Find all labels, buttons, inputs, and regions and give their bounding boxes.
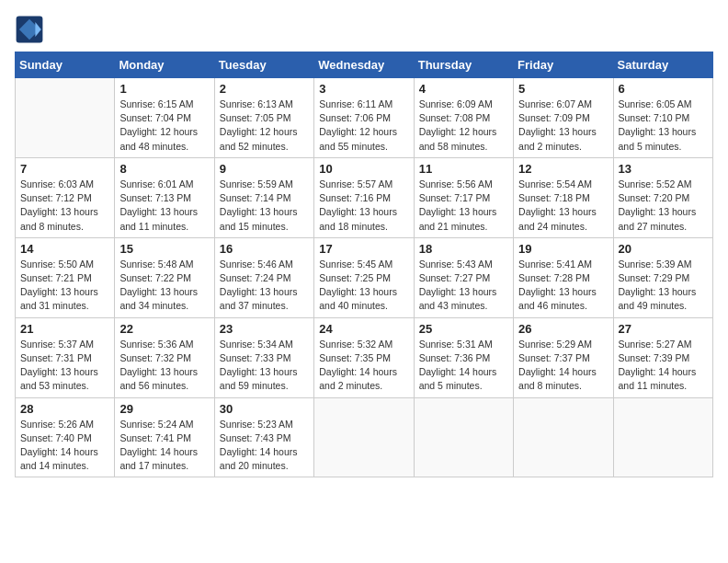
calendar-cell: 23Sunrise: 5:34 AMSunset: 7:33 PMDayligh… — [214, 317, 313, 397]
calendar-cell: 2Sunrise: 6:13 AMSunset: 7:05 PMDaylight… — [214, 78, 313, 158]
calendar-cell: 3Sunrise: 6:11 AMSunset: 7:06 PMDaylight… — [314, 78, 414, 158]
calendar-cell: 15Sunrise: 5:48 AMSunset: 7:22 PMDayligh… — [115, 237, 214, 317]
day-number: 23 — [220, 322, 309, 336]
calendar-cell: 25Sunrise: 5:31 AMSunset: 7:36 PMDayligh… — [414, 317, 513, 397]
day-number: 29 — [119, 402, 209, 416]
calendar-cell: 19Sunrise: 5:41 AMSunset: 7:28 PMDayligh… — [514, 237, 613, 317]
calendar-cell: 22Sunrise: 5:36 AMSunset: 7:32 PMDayligh… — [115, 317, 214, 397]
day-info: Sunrise: 5:27 AMSunset: 7:39 PMDaylight:… — [619, 338, 708, 394]
day-number: 4 — [419, 82, 508, 96]
day-info: Sunrise: 5:31 AMSunset: 7:36 PMDaylight:… — [419, 338, 508, 394]
day-number: 9 — [220, 162, 309, 176]
day-info: Sunrise: 5:57 AMSunset: 7:16 PMDaylight:… — [319, 178, 408, 234]
day-number: 18 — [419, 242, 508, 256]
day-number: 15 — [119, 242, 209, 256]
calendar-cell: 4Sunrise: 6:09 AMSunset: 7:08 PMDaylight… — [414, 78, 513, 158]
day-info: Sunrise: 5:26 AMSunset: 7:40 PMDaylight:… — [20, 418, 109, 474]
calendar-cell: 7Sunrise: 6:03 AMSunset: 7:12 PMDaylight… — [16, 157, 115, 237]
day-info: Sunrise: 6:03 AMSunset: 7:12 PMDaylight:… — [20, 178, 109, 234]
day-number: 16 — [220, 242, 309, 256]
calendar-cell: 13Sunrise: 5:52 AMSunset: 7:20 PMDayligh… — [613, 157, 712, 237]
day-header-thursday: Thursday — [414, 52, 513, 78]
calendar-week-3: 14Sunrise: 5:50 AMSunset: 7:21 PMDayligh… — [16, 237, 713, 317]
day-header-wednesday: Wednesday — [314, 52, 414, 78]
calendar-cell: 12Sunrise: 5:54 AMSunset: 7:18 PMDayligh… — [514, 157, 613, 237]
calendar-cell: 6Sunrise: 6:05 AMSunset: 7:10 PMDaylight… — [613, 78, 712, 158]
calendar-cell — [314, 397, 414, 477]
day-number: 7 — [20, 162, 109, 176]
calendar-header-row: SundayMondayTuesdayWednesdayThursdayFrid… — [16, 52, 713, 78]
day-info: Sunrise: 5:43 AMSunset: 7:27 PMDaylight:… — [419, 258, 508, 314]
day-info: Sunrise: 5:50 AMSunset: 7:21 PMDaylight:… — [20, 258, 109, 314]
calendar-cell — [16, 78, 115, 158]
day-number: 6 — [619, 82, 708, 96]
day-info: Sunrise: 5:54 AMSunset: 7:18 PMDaylight:… — [518, 178, 608, 234]
day-number: 17 — [319, 242, 408, 256]
day-number: 20 — [619, 242, 708, 256]
day-info: Sunrise: 5:48 AMSunset: 7:22 PMDaylight:… — [119, 258, 209, 314]
day-info: Sunrise: 5:39 AMSunset: 7:29 PMDaylight:… — [619, 258, 708, 314]
day-header-saturday: Saturday — [613, 52, 712, 78]
day-info: Sunrise: 6:05 AMSunset: 7:10 PMDaylight:… — [619, 98, 708, 154]
calendar-cell: 16Sunrise: 5:46 AMSunset: 7:24 PMDayligh… — [214, 237, 313, 317]
day-number: 30 — [220, 402, 309, 416]
day-info: Sunrise: 6:11 AMSunset: 7:06 PMDaylight:… — [319, 98, 408, 154]
calendar-cell: 1Sunrise: 6:15 AMSunset: 7:04 PMDaylight… — [115, 78, 214, 158]
calendar-week-4: 21Sunrise: 5:37 AMSunset: 7:31 PMDayligh… — [16, 317, 713, 397]
logo-icon — [15, 15, 44, 44]
calendar-cell — [514, 397, 613, 477]
calendar-cell: 29Sunrise: 5:24 AMSunset: 7:41 PMDayligh… — [115, 397, 214, 477]
calendar-cell: 27Sunrise: 5:27 AMSunset: 7:39 PMDayligh… — [613, 317, 712, 397]
day-info: Sunrise: 5:29 AMSunset: 7:37 PMDaylight:… — [518, 338, 608, 394]
day-number: 8 — [119, 162, 209, 176]
day-number: 19 — [518, 242, 608, 256]
calendar-cell — [414, 397, 513, 477]
day-info: Sunrise: 5:23 AMSunset: 7:43 PMDaylight:… — [220, 418, 309, 474]
day-info: Sunrise: 5:46 AMSunset: 7:24 PMDaylight:… — [220, 258, 309, 314]
page-header — [15, 15, 713, 44]
day-number: 12 — [518, 162, 608, 176]
calendar-cell: 18Sunrise: 5:43 AMSunset: 7:27 PMDayligh… — [414, 237, 513, 317]
day-info: Sunrise: 6:09 AMSunset: 7:08 PMDaylight:… — [419, 98, 508, 154]
day-info: Sunrise: 5:36 AMSunset: 7:32 PMDaylight:… — [119, 338, 209, 394]
calendar-week-2: 7Sunrise: 6:03 AMSunset: 7:12 PMDaylight… — [16, 157, 713, 237]
day-header-monday: Monday — [115, 52, 214, 78]
day-number: 24 — [319, 322, 408, 336]
day-info: Sunrise: 5:24 AMSunset: 7:41 PMDaylight:… — [119, 418, 209, 474]
day-info: Sunrise: 5:45 AMSunset: 7:25 PMDaylight:… — [319, 258, 408, 314]
day-number: 25 — [419, 322, 508, 336]
calendar-cell — [613, 397, 712, 477]
calendar-cell: 20Sunrise: 5:39 AMSunset: 7:29 PMDayligh… — [613, 237, 712, 317]
calendar-week-1: 1Sunrise: 6:15 AMSunset: 7:04 PMDaylight… — [16, 78, 713, 158]
day-number: 22 — [119, 322, 209, 336]
calendar-cell: 17Sunrise: 5:45 AMSunset: 7:25 PMDayligh… — [314, 237, 414, 317]
calendar-cell: 21Sunrise: 5:37 AMSunset: 7:31 PMDayligh… — [16, 317, 115, 397]
day-number: 1 — [119, 82, 209, 96]
day-number: 2 — [220, 82, 309, 96]
day-info: Sunrise: 6:07 AMSunset: 7:09 PMDaylight:… — [518, 98, 608, 154]
day-number: 27 — [619, 322, 708, 336]
day-number: 26 — [518, 322, 608, 336]
day-info: Sunrise: 6:13 AMSunset: 7:05 PMDaylight:… — [220, 98, 309, 154]
day-info: Sunrise: 5:52 AMSunset: 7:20 PMDaylight:… — [619, 178, 708, 234]
day-number: 13 — [619, 162, 708, 176]
calendar-cell: 14Sunrise: 5:50 AMSunset: 7:21 PMDayligh… — [16, 237, 115, 317]
calendar-cell: 5Sunrise: 6:07 AMSunset: 7:09 PMDaylight… — [514, 78, 613, 158]
day-number: 28 — [20, 402, 109, 416]
day-info: Sunrise: 6:01 AMSunset: 7:13 PMDaylight:… — [119, 178, 209, 234]
day-info: Sunrise: 5:59 AMSunset: 7:14 PMDaylight:… — [220, 178, 309, 234]
calendar-cell: 11Sunrise: 5:56 AMSunset: 7:17 PMDayligh… — [414, 157, 513, 237]
day-info: Sunrise: 5:37 AMSunset: 7:31 PMDaylight:… — [20, 338, 109, 394]
calendar-week-5: 28Sunrise: 5:26 AMSunset: 7:40 PMDayligh… — [16, 397, 713, 477]
day-number: 21 — [20, 322, 109, 336]
day-header-tuesday: Tuesday — [214, 52, 313, 78]
day-info: Sunrise: 5:34 AMSunset: 7:33 PMDaylight:… — [220, 338, 309, 394]
calendar-cell: 8Sunrise: 6:01 AMSunset: 7:13 PMDaylight… — [115, 157, 214, 237]
day-number: 3 — [319, 82, 408, 96]
day-info: Sunrise: 6:15 AMSunset: 7:04 PMDaylight:… — [119, 98, 209, 154]
day-number: 14 — [20, 242, 109, 256]
calendar-table: SundayMondayTuesdayWednesdayThursdayFrid… — [15, 52, 713, 477]
calendar-cell: 26Sunrise: 5:29 AMSunset: 7:37 PMDayligh… — [514, 317, 613, 397]
calendar-cell: 9Sunrise: 5:59 AMSunset: 7:14 PMDaylight… — [214, 157, 313, 237]
calendar-cell: 10Sunrise: 5:57 AMSunset: 7:16 PMDayligh… — [314, 157, 414, 237]
